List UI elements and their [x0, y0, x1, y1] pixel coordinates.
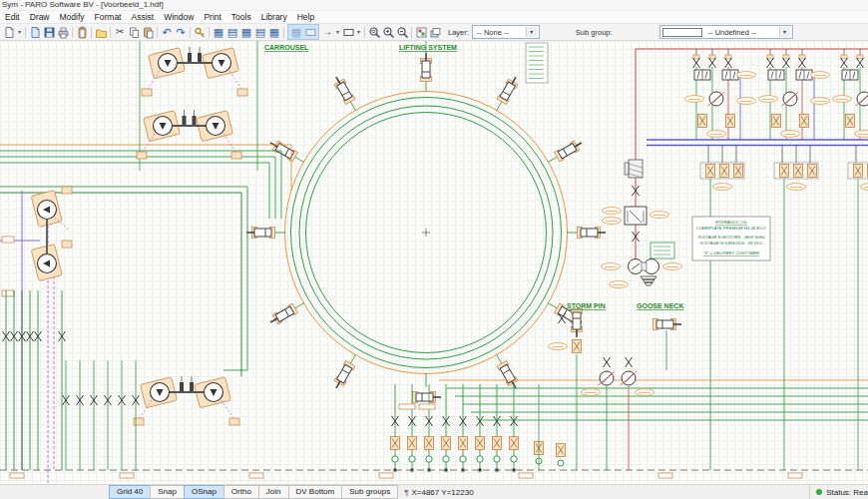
subgroup-dropdown[interactable]: -- Undefined -- ▾	[659, 25, 793, 39]
folder-open-icon[interactable]	[94, 25, 108, 39]
svg-text:STORM PIN: STORM PIN	[567, 302, 606, 309]
svg-text:GOOSE NECK: GOOSE NECK	[637, 302, 683, 309]
coordinate-display: ¶ X=4867 Y=12230	[398, 485, 473, 499]
window-title: Sym - PARO Software BV - [Voorbeeld_1.hd…	[0, 0, 868, 11]
zoom-out-icon[interactable]	[395, 25, 409, 39]
status-toggles: Grid 40SnapOSnapOrthoJoinDV BottomSub gr…	[110, 485, 398, 499]
coords-value: X=4867 Y=12230	[411, 488, 473, 497]
svg-text:VOLTAGE SOLENOIDS : 48 VDC: VOLTAGE SOLENOIDS : 48 VDC	[700, 241, 763, 246]
svg-text:CARROUSEL: CARROUSEL	[264, 44, 309, 51]
toolbar-separator	[209, 27, 210, 38]
notes-box[interactable]	[526, 43, 548, 83]
status-text: Status: Rea	[826, 488, 868, 497]
status-toggle-sub-groups[interactable]: Sub groups	[341, 485, 398, 499]
pilcrow-icon: ¶	[404, 488, 408, 497]
disabled-tools-group: ▦	[287, 24, 319, 40]
arrow-tool-icon[interactable]: →	[320, 25, 334, 39]
print-icon[interactable]	[56, 25, 70, 39]
redo-icon[interactable]: ↷	[174, 25, 188, 39]
toolbar-separator	[25, 27, 26, 38]
layer-label: Layer:	[448, 28, 469, 37]
goose-neck-group[interactable]	[582, 319, 682, 471]
long-runs[interactable]	[439, 380, 868, 420]
left-valve-rows[interactable]	[3, 290, 140, 470]
menu-item-tools[interactable]: Tools	[226, 12, 256, 22]
menu-bar: EditDrawModifyFormatAssistWindowPrintToo…	[0, 11, 868, 24]
status-dot-icon	[816, 489, 822, 495]
layer-value: -- None --	[475, 28, 526, 37]
menu-item-help[interactable]: Help	[292, 12, 319, 22]
menu-item-draw[interactable]: Draw	[25, 12, 55, 22]
arrow-tool-caret-icon[interactable]: ▾	[334, 25, 341, 39]
svg-text:LUBRIPLATE PREMIUM HV-46 ECO: LUBRIPLATE PREMIUM HV-46 ECO	[696, 226, 766, 231]
toolbar-separator	[190, 27, 191, 38]
bottom-bus[interactable]	[0, 470, 868, 478]
toolbar-separator	[110, 27, 111, 38]
key-icon[interactable]	[193, 25, 207, 39]
chevron-down-icon: ▾	[526, 27, 537, 37]
status-bar: Grid 40SnapOSnapOrthoJoinDV BottomSub gr…	[0, 484, 868, 499]
copy-icon[interactable]	[127, 25, 141, 39]
table-icon-5[interactable]: ▦	[267, 25, 281, 39]
rectangle-tool-caret-icon[interactable]: ▾	[355, 25, 362, 39]
status-message: Status: Rea	[809, 485, 868, 499]
menu-item-print[interactable]: Print	[199, 12, 225, 22]
menu-item-library[interactable]: Library	[256, 12, 292, 22]
toolbar-separator	[91, 27, 92, 38]
toolbar-separator	[283, 27, 284, 38]
schematic-drawing[interactable]: HYDRAULIC OILLUBRIPLATE PREMIUM HV-46 EC…	[0, 41, 868, 484]
layers-icon[interactable]	[428, 25, 442, 39]
menu-item-format[interactable]: Format	[90, 12, 127, 22]
status-toggle-ortho[interactable]: Ortho	[223, 485, 259, 499]
status-toggle-grid-40[interactable]: Grid 40	[109, 485, 151, 499]
chevron-down-icon: ▾	[779, 27, 790, 37]
table-icon-3[interactable]: ▦	[239, 25, 253, 39]
undo-icon[interactable]: ↶	[160, 25, 174, 39]
svg-text:VOLTAGE E-MOTORS : 480V 60Hz: VOLTAGE E-MOTORS : 480V 60Hz	[697, 235, 764, 240]
disabled-tool-icon	[303, 25, 317, 39]
toolbar-separator	[157, 27, 158, 38]
power-unit[interactable]	[602, 49, 682, 287]
table-icon-4[interactable]: ▤	[253, 25, 267, 39]
toolbar-separator	[411, 27, 412, 38]
status-toggle-osnap[interactable]: OSnap	[184, 485, 224, 499]
subgroup-swatch	[662, 28, 702, 37]
subgroup-value: -- Undefined --	[706, 28, 779, 37]
toolbar-separator	[72, 27, 73, 38]
zoom-window-icon[interactable]	[367, 25, 381, 39]
toolbar: ▾✂↶↷▦▤▦▤▦▦→▾▾ Layer: -- None -- ▾ Sub gr…	[0, 24, 868, 41]
new-file-caret-icon[interactable]: ▾	[16, 25, 23, 39]
save-icon[interactable]	[42, 25, 56, 39]
svg-text:HYDRAULIC OIL: HYDRAULIC OIL	[715, 220, 748, 225]
table-icon-2[interactable]: ▤	[225, 25, 239, 39]
svg-text:"X" = DELIVERY CUSTOMER: "X" = DELIVERY CUSTOMER	[703, 250, 759, 255]
cut-icon[interactable]: ✂	[113, 25, 127, 39]
image-icon[interactable]	[414, 25, 428, 39]
toolbar-separator	[364, 27, 365, 38]
menu-item-edit[interactable]: Edit	[0, 12, 25, 22]
table-icon-1[interactable]: ▦	[212, 25, 225, 39]
legend-box[interactable]: HYDRAULIC OILLUBRIPLATE PREMIUM HV-46 EC…	[692, 217, 770, 260]
carrousel-rings[interactable]	[285, 92, 568, 374]
new-file-icon[interactable]	[2, 25, 16, 39]
status-toggle-dv-bottom[interactable]: DV Bottom	[288, 485, 343, 499]
statusbar-spacer	[0, 485, 110, 499]
section-labels[interactable]: CARROUSELLIFTING SYSTEMSTORM PINGOOSE NE…	[264, 44, 683, 309]
paste-icon[interactable]	[141, 25, 155, 39]
layer-dropdown[interactable]: -- None -- ▾	[472, 25, 540, 39]
status-toggle-join[interactable]: Join	[258, 485, 289, 499]
menu-item-assist[interactable]: Assist	[126, 12, 159, 22]
application-window: Sym - PARO Software BV - [Voorbeeld_1.hd…	[0, 0, 868, 499]
zoom-in-icon[interactable]	[381, 25, 395, 39]
menu-item-modify[interactable]: Modify	[55, 12, 90, 22]
subgroup-label: Sub group:	[576, 28, 613, 37]
rectangle-tool-icon[interactable]	[341, 25, 355, 39]
status-toggle-snap[interactable]: Snap	[150, 485, 185, 499]
paste-special-icon[interactable]	[75, 25, 89, 39]
disabled-tool-icon: ▦	[289, 25, 303, 39]
open-drawing-icon[interactable]	[28, 25, 42, 39]
drawing-canvas[interactable]: HYDRAULIC OILLUBRIPLATE PREMIUM HV-46 EC…	[0, 41, 868, 484]
svg-text:LIFTING SYSTEM: LIFTING SYSTEM	[399, 44, 457, 51]
menu-item-window[interactable]: Window	[159, 12, 199, 22]
